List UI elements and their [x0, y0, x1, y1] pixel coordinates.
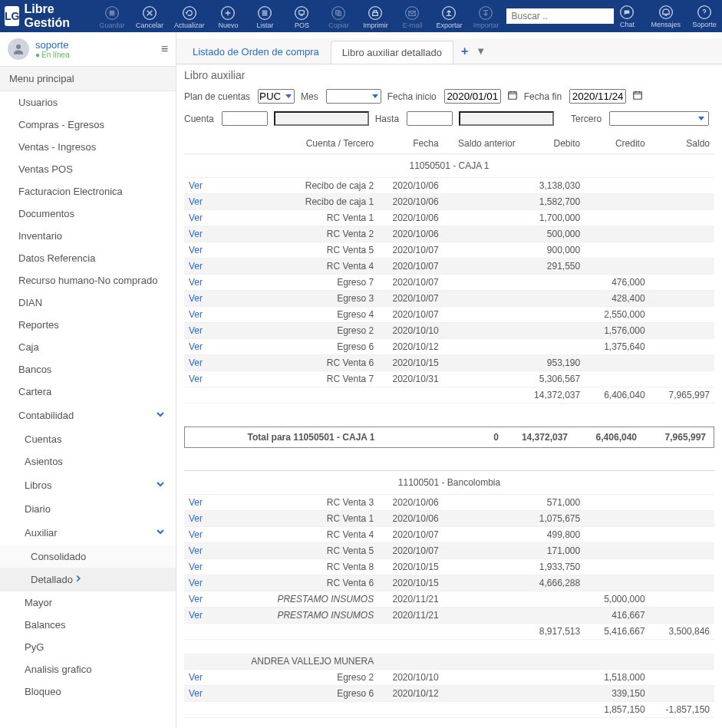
- ver-link[interactable]: Ver: [189, 293, 203, 304]
- exportar-button[interactable]: Exportar: [436, 5, 462, 29]
- menu-mayor[interactable]: Mayor: [0, 591, 176, 614]
- cell-fecha: 2020/10/06: [378, 495, 443, 511]
- menu-reportes[interactable]: Reportes: [0, 314, 176, 336]
- ver-link[interactable]: Ver: [189, 309, 203, 320]
- fecha-inicio-label: Fecha inicio: [387, 91, 437, 102]
- imprimir-button[interactable]: Imprimir: [362, 5, 388, 29]
- actualizar-button[interactable]: Actualizar: [174, 5, 205, 29]
- menu-balances[interactable]: Balances: [0, 614, 176, 636]
- menu-bancos[interactable]: Bancos: [0, 358, 176, 380]
- cuenta-to-name[interactable]: [459, 111, 554, 126]
- ver-link[interactable]: Ver: [189, 497, 203, 508]
- chat-button[interactable]: Chat: [614, 5, 640, 28]
- fecha-inicio-input[interactable]: [444, 89, 501, 104]
- menu-pyg[interactable]: PyG: [0, 636, 176, 658]
- cancelar-button[interactable]: Cancelar: [136, 5, 163, 29]
- new-tab-button[interactable]: +: [453, 44, 476, 58]
- ver-link[interactable]: Ver: [189, 180, 203, 191]
- ver-link[interactable]: Ver: [189, 545, 203, 556]
- tab-menu-button[interactable]: ▼: [476, 45, 486, 57]
- ver-link[interactable]: Ver: [189, 196, 203, 207]
- cell-desc: RC Venta 5: [216, 242, 378, 259]
- ver-link[interactable]: Ver: [189, 212, 203, 223]
- menu-label: Cartera: [18, 386, 51, 397]
- cuenta-from-name[interactable]: [274, 111, 369, 126]
- menu-ventas-ingresos[interactable]: Ventas - Ingresos: [0, 136, 176, 158]
- ver-link[interactable]: Ver: [189, 341, 203, 352]
- fecha-fin-input[interactable]: [569, 89, 626, 104]
- ver-link[interactable]: Ver: [189, 357, 203, 368]
- cell-fecha: 2020/11/21: [378, 591, 443, 608]
- cell-fecha: 2020/10/06: [378, 178, 443, 194]
- tab-listado-de-orden-de-compra[interactable]: Listado de Orden de compra: [181, 40, 331, 63]
- cell-debito: 1,075,675: [520, 511, 585, 527]
- menu-usuarios[interactable]: Usuarios: [0, 91, 176, 114]
- menu-diario[interactable]: Diario: [0, 498, 176, 520]
- calendar-icon[interactable]: [632, 90, 643, 103]
- guardar-button: Guardar: [99, 5, 125, 29]
- menu-asientos[interactable]: Asientos: [0, 450, 176, 473]
- ver-link[interactable]: Ver: [189, 594, 203, 604]
- ver-link[interactable]: Ver: [189, 513, 203, 524]
- cell-credito: [585, 371, 649, 387]
- menu-caja[interactable]: Caja: [0, 336, 176, 358]
- pos-button[interactable]: POS: [288, 5, 315, 29]
- ver-link[interactable]: Ver: [189, 277, 203, 288]
- menu-datos-referencia[interactable]: Datos Referencia: [0, 247, 176, 269]
- table-row: VerEgreso 42020/10/072,550,000: [184, 307, 714, 323]
- svg-rect-22: [634, 92, 642, 99]
- ver-link[interactable]: Ver: [189, 325, 203, 336]
- cuenta-from-code[interactable]: [222, 111, 268, 126]
- nuevo-button[interactable]: Nuevo: [215, 5, 241, 29]
- menu-cuentas[interactable]: Cuentas: [0, 428, 176, 450]
- cuenta-to-code[interactable]: [407, 111, 453, 126]
- menu-ventas-pos[interactable]: Ventas POS: [0, 158, 176, 180]
- ver-link[interactable]: Ver: [189, 229, 203, 239]
- tab-libro-auxiliar-detallado[interactable]: Libro auxiliar detallado: [331, 41, 453, 64]
- menu-libros[interactable]: Libros: [0, 473, 176, 498]
- menu-detallado[interactable]: Detallado: [0, 568, 176, 591]
- listar-button[interactable]: Listar: [252, 5, 278, 29]
- menu-inventario[interactable]: Inventario: [0, 225, 176, 247]
- menu-compras-egresos[interactable]: Compras - Egresos: [0, 114, 176, 136]
- ver-link[interactable]: Ver: [189, 578, 203, 588]
- ver-link[interactable]: Ver: [189, 529, 203, 540]
- cell-desc: Egreso 6: [216, 685, 378, 701]
- cell-debito: 4,666,288: [520, 575, 585, 591]
- menu-bloqueo[interactable]: Bloqueo: [0, 680, 176, 703]
- cell-fecha: 2020/10/07: [378, 291, 443, 307]
- mensajes-button[interactable]: Mensajes: [651, 5, 681, 28]
- menu-cartera[interactable]: Cartera: [0, 380, 176, 403]
- ver-link[interactable]: Ver: [189, 610, 203, 621]
- menu-consolidado[interactable]: Consolidado: [0, 545, 176, 568]
- menu-label: Documentos: [18, 208, 74, 219]
- main-area: Listado de Orden de compraLibro auxiliar…: [176, 32, 722, 728]
- ver-link[interactable]: Ver: [189, 562, 203, 572]
- cell-credito: 476,000: [585, 275, 649, 291]
- menu-analisis-grafico[interactable]: Analisis grafico: [0, 658, 176, 680]
- menu-documentos[interactable]: Documentos: [0, 203, 176, 225]
- cell-debito: 500,000: [520, 226, 585, 242]
- mes-label: Mes: [301, 91, 318, 102]
- cell-fecha: 2020/10/31: [378, 371, 443, 387]
- menu-dian[interactable]: DIAN: [0, 292, 176, 314]
- cell-credito: 1,576,000: [585, 323, 649, 339]
- cell-credito: [585, 355, 649, 371]
- soporte-button[interactable]: Soporte: [691, 5, 717, 28]
- ver-link[interactable]: Ver: [189, 245, 203, 255]
- cell-credito: 5,000,000: [585, 591, 649, 608]
- menu-recurso-humano-no-comprado[interactable]: Recurso humano-No comprado: [0, 269, 176, 292]
- calendar-icon[interactable]: [507, 90, 518, 103]
- logo-icon: LG: [5, 6, 19, 26]
- tercero-select[interactable]: [609, 111, 709, 126]
- ver-link[interactable]: Ver: [189, 261, 203, 272]
- ver-link[interactable]: Ver: [189, 688, 203, 699]
- menu-facturacion-electronica[interactable]: Facturacion Electronica: [0, 180, 176, 203]
- ver-link[interactable]: Ver: [189, 672, 203, 683]
- ver-link[interactable]: Ver: [189, 374, 203, 384]
- sidebar-toggle-icon[interactable]: ≡: [161, 42, 168, 56]
- search-input[interactable]: [506, 8, 614, 24]
- menu-contabilidad[interactable]: Contabilidad: [0, 403, 176, 428]
- svg-rect-12: [373, 12, 378, 15]
- menu-auxiliar[interactable]: Auxiliar: [0, 520, 176, 545]
